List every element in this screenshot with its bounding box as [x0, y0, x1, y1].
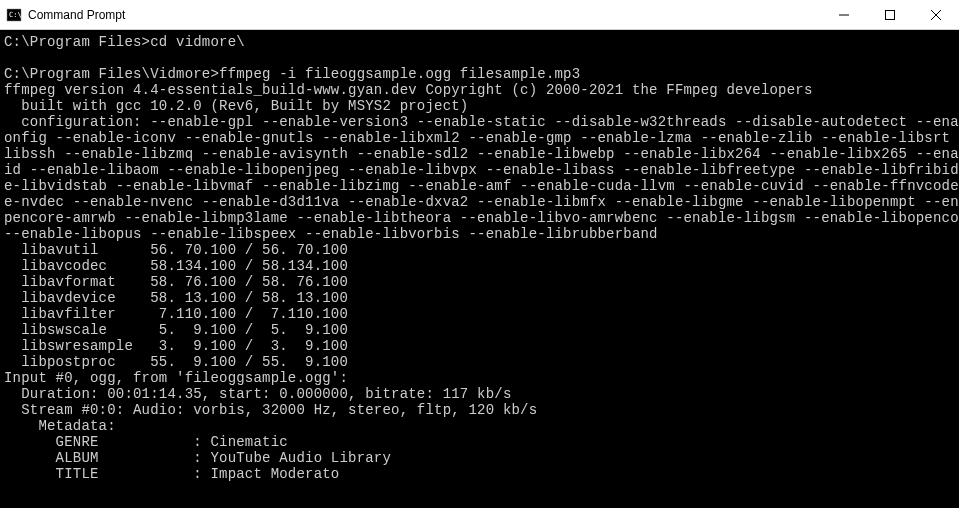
terminal-output[interactable]: C:\Program Files>cd vidmore\ C:\Program …	[0, 30, 959, 508]
maximize-button[interactable]	[867, 0, 913, 29]
terminal-line: onfig --enable-iconv --enable-gnutls --e…	[4, 130, 959, 146]
terminal-line: libswscale 5. 9.100 / 5. 9.100	[4, 322, 959, 338]
terminal-line: configuration: --enable-gpl --enable-ver…	[4, 114, 959, 130]
terminal-line: libavcodec 58.134.100 / 58.134.100	[4, 258, 959, 274]
terminal-line: Stream #0:0: Audio: vorbis, 32000 Hz, st…	[4, 402, 959, 418]
terminal-line: ffmpeg version 4.4-essentials_build-www.…	[4, 82, 959, 98]
terminal-line: libssh --enable-libzmq --enable-avisynth…	[4, 146, 959, 162]
window-controls	[821, 0, 959, 29]
terminal-line: C:\Program Files>cd vidmore\	[4, 34, 959, 50]
terminal-line: libavutil 56. 70.100 / 56. 70.100	[4, 242, 959, 258]
terminal-line: built with gcc 10.2.0 (Rev6, Built by MS…	[4, 98, 959, 114]
terminal-line: --enable-libopus --enable-libspeex --ena…	[4, 226, 959, 242]
terminal-line: e-nvdec --enable-nvenc --enable-d3d11va …	[4, 194, 959, 210]
cmd-icon: C:\	[6, 7, 22, 23]
window-title: Command Prompt	[28, 8, 125, 22]
terminal-line: Metadata:	[4, 418, 959, 434]
title-left: C:\ Command Prompt	[6, 7, 125, 23]
minimize-button[interactable]	[821, 0, 867, 29]
terminal-line: C:\Program Files\Vidmore>ffmpeg -i fileo…	[4, 66, 959, 82]
terminal-line: libavdevice 58. 13.100 / 58. 13.100	[4, 290, 959, 306]
terminal-line: TITLE : Impact Moderato	[4, 466, 959, 482]
terminal-line: id --enable-libaom --enable-libopenjpeg …	[4, 162, 959, 178]
svg-rect-3	[886, 10, 895, 19]
terminal-line: libavfilter 7.110.100 / 7.110.100	[4, 306, 959, 322]
title-bar: C:\ Command Prompt	[0, 0, 959, 30]
terminal-line: e-libvidstab --enable-libvmaf --enable-l…	[4, 178, 959, 194]
terminal-line: libpostproc 55. 9.100 / 55. 9.100	[4, 354, 959, 370]
terminal-line: libswresample 3. 9.100 / 3. 9.100	[4, 338, 959, 354]
terminal-line: ALBUM : YouTube Audio Library	[4, 450, 959, 466]
svg-text:C:\: C:\	[9, 11, 22, 19]
terminal-line	[4, 50, 959, 66]
close-button[interactable]	[913, 0, 959, 29]
terminal-line: Input #0, ogg, from 'fileoggsample.ogg':	[4, 370, 959, 386]
terminal-line: GENRE : Cinematic	[4, 434, 959, 450]
terminal-line: Duration: 00:01:14.35, start: 0.000000, …	[4, 386, 959, 402]
terminal-line: libavformat 58. 76.100 / 58. 76.100	[4, 274, 959, 290]
terminal-line: pencore-amrwb --enable-libmp3lame --enab…	[4, 210, 959, 226]
